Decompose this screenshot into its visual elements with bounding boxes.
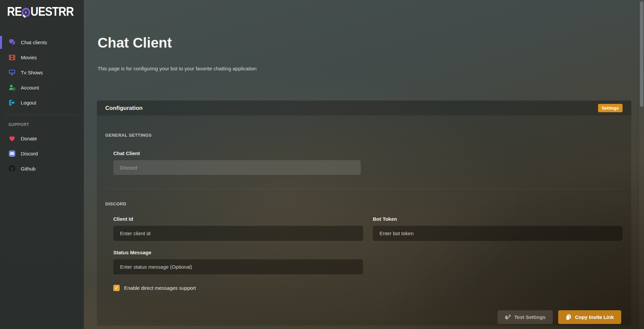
- tv-icon: [8, 69, 16, 76]
- general-settings-fields: Chat Client Discord: [113, 150, 623, 175]
- bot-token-label: Bot Token: [373, 216, 623, 222]
- sidebar-item-label: Chat clients: [21, 40, 47, 45]
- sidebar-divider: [6, 115, 78, 115]
- logo-text-post: UESTRR: [31, 5, 74, 18]
- chat-client-label: Chat Client: [113, 150, 623, 156]
- app-logo[interactable]: REUESTRR: [0, 0, 74, 19]
- sidebar-item-github[interactable]: Github: [0, 161, 84, 176]
- sidebar-item-logout[interactable]: Logout: [0, 95, 84, 110]
- sidebar-nav: Chat clients Movies Tv Shows: [0, 35, 84, 110]
- status-message-label: Status Message: [113, 250, 363, 255]
- card-footer: Test Settings Copy Invite Link: [105, 310, 621, 324]
- spacer-column: [373, 250, 623, 274]
- chat-client-select[interactable]: Discord: [113, 160, 361, 175]
- page-title: Chat Client: [98, 35, 644, 51]
- dm-support-checkbox-label: Enable direct messages support: [124, 285, 196, 291]
- chat-bubbles-icon: [8, 39, 16, 46]
- bot-token-field-group: Bot Token: [373, 216, 623, 241]
- copy-invite-link-button[interactable]: Copy Invite Link: [558, 310, 621, 324]
- page-head: Chat Client This page is for configuring…: [84, 0, 644, 71]
- card-header: Configuration Settings: [97, 101, 631, 116]
- scrollbar-track[interactable]: [639, 0, 644, 329]
- sidebar-item-label: Discord: [21, 151, 38, 156]
- gears-icon: [505, 314, 511, 320]
- film-icon: [8, 54, 16, 61]
- configuration-card: Configuration Settings GENERAL SETTINGS …: [97, 101, 631, 326]
- copy-icon: [566, 314, 571, 320]
- main-content: Chat Client This page is for configuring…: [84, 0, 644, 329]
- sidebar-item-movies[interactable]: Movies: [0, 50, 84, 65]
- discord-fields: Client Id Bot Token Status Message: [113, 216, 623, 291]
- status-message-field-group: Status Message: [113, 250, 363, 274]
- sidebar-item-donate[interactable]: Donate: [0, 131, 84, 146]
- support-nav: Donate Discord Github: [0, 131, 84, 176]
- sidebar-item-label: Account: [21, 85, 39, 90]
- settings-badge: Settings: [598, 104, 623, 112]
- user-shield-icon: [8, 84, 16, 91]
- test-settings-label: Test Settings: [514, 314, 545, 320]
- logo-q-play-icon: [22, 8, 30, 17]
- discord-icon: [8, 150, 16, 157]
- sidebar-item-chat-clients[interactable]: Chat clients: [0, 35, 84, 50]
- sidebar-item-label: Logout: [21, 100, 36, 106]
- active-indicator: [0, 36, 2, 49]
- client-id-label: Client Id: [113, 216, 363, 222]
- heart-icon: [8, 135, 16, 142]
- client-id-input[interactable]: [113, 226, 363, 241]
- support-section-header: SUPPORT: [8, 122, 84, 127]
- card-title: Configuration: [105, 105, 142, 112]
- sidebar-item-tv-shows[interactable]: Tv Shows: [0, 65, 84, 80]
- test-settings-button[interactable]: Test Settings: [497, 310, 553, 324]
- sidebar: REUESTRR Chat clients Movies: [0, 0, 84, 329]
- sign-out-icon: [8, 100, 16, 106]
- status-message-input[interactable]: [113, 259, 363, 274]
- dm-support-checkbox-row[interactable]: Enable direct messages support: [113, 285, 623, 291]
- general-settings-header: GENERAL SETTINGS: [105, 133, 623, 138]
- card-body: GENERAL SETTINGS Chat Client Discord DIS…: [97, 116, 631, 326]
- section-divider: [105, 189, 623, 189]
- copy-invite-link-label: Copy Invite Link: [575, 314, 614, 320]
- sidebar-item-label: Movies: [21, 55, 37, 60]
- bot-token-input[interactable]: [373, 226, 623, 241]
- scrollbar-thumb[interactable]: [640, 1, 643, 107]
- sidebar-item-label: Github: [21, 166, 36, 172]
- logo-text-pre: RE: [7, 5, 21, 18]
- client-id-field-group: Client Id: [113, 216, 363, 241]
- sidebar-item-label: Tv Shows: [21, 70, 43, 75]
- page-subtitle: This page is for configuring your bot to…: [98, 66, 644, 71]
- sidebar-item-discord[interactable]: Discord: [0, 146, 84, 161]
- github-icon: [8, 166, 16, 172]
- sidebar-item-account[interactable]: Account: [0, 80, 84, 95]
- sidebar-item-label: Donate: [21, 136, 37, 141]
- discord-section-header: DISCORD: [105, 201, 623, 206]
- dm-support-checkbox[interactable]: [113, 285, 120, 291]
